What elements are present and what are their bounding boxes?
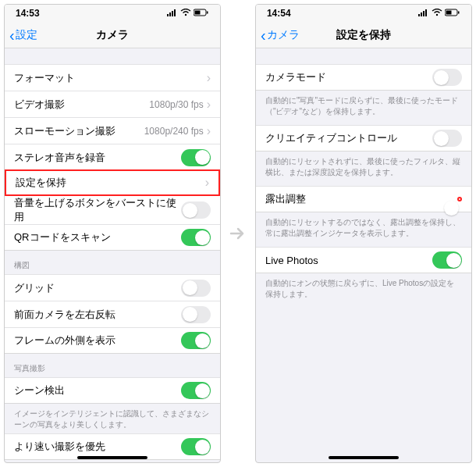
svg-rect-10 [423,11,424,16]
row-label: 露出調整 [265,192,457,206]
row-mirror[interactable]: 前面カメラを左右反転 [5,301,220,327]
nav-title: カメラ [96,28,129,42]
home-indicator[interactable] [77,456,147,459]
settings-list[interactable]: カメラモード 自動的に"写真"モードに戻らずに、最後に使ったモード（"ビデオ"な… [256,48,471,462]
toggle-creative[interactable] [432,130,462,147]
row-label: 設定を保持 [16,176,205,190]
chevron-right-icon: › [207,98,211,112]
svg-point-4 [185,14,186,16]
row-scene[interactable]: シーン検出 [5,377,220,404]
row-burst[interactable]: 音量を上げるボタンをバーストに使用 [5,195,220,224]
toggle-mirror[interactable] [181,306,211,323]
exposure-note: 自動的にリセットするのではなく、露出調整を保持し、常に露出調整インジケータを表示… [256,212,471,242]
section-composition: 構図 [5,251,220,274]
row-label: シーン検出 [14,383,181,397]
toggle-grid[interactable] [181,280,211,297]
row-exposure[interactable]: 露出調整 [256,186,471,212]
back-label: 設定 [16,28,37,42]
svg-rect-1 [169,12,171,16]
nav-bar: ‹ 設定 カメラ [5,22,220,48]
row-label: クリエイティブコントロール [265,131,432,145]
svg-rect-6 [195,11,201,15]
row-format[interactable]: フォーマット › [5,64,220,91]
row-label: グリッド [14,281,181,295]
row-label: より速い撮影を優先 [14,440,181,454]
back-label: カメラ [267,28,300,42]
arrow-icon [227,223,249,244]
toggle-stereo[interactable] [181,149,211,166]
row-creative[interactable]: クリエイティブコントロール [256,125,471,152]
toggle-frame[interactable] [181,332,211,349]
svg-rect-0 [167,14,169,16]
status-time: 14:54 [267,8,291,19]
svg-rect-3 [174,9,176,16]
chevron-left-icon: ‹ [9,27,15,43]
back-button[interactable]: ‹ 設定 [9,27,37,43]
row-slomo[interactable]: スローモーション撮影 1080p/240 fps › [5,117,220,144]
chevron-left-icon: ‹ [261,27,266,43]
row-preserve-settings[interactable]: 設定を保持 › [5,169,220,196]
svg-rect-14 [446,11,452,15]
home-indicator[interactable] [329,456,399,459]
signal-icon [418,8,429,19]
wifi-icon [432,8,442,19]
svg-rect-8 [418,14,420,16]
signal-icon [167,8,178,19]
creative-note: 自動的にリセットされずに、最後に使ったフィルタ、縦横比、または深度設定を保持しま… [256,152,471,181]
row-value: 1080p/30 fps [149,99,203,110]
row-live-photos[interactable]: Live Photos [256,247,471,273]
toggle-qr[interactable] [181,229,211,246]
row-label: フォーマット [14,71,207,85]
row-grid[interactable]: グリッド [5,274,220,301]
status-bar: 14:54 [256,5,471,22]
right-screen: 14:54 ‹ カメラ 設定を保持 カメラモード 自動的に"写真"モードに戻らず… [255,4,472,463]
row-video[interactable]: ビデオ撮影 1080p/30 fps › [5,91,220,117]
svg-rect-11 [425,9,427,16]
toggle-highlight [457,197,462,201]
live-note: 自動的にオンの状態に戻らずに、Live Photosの設定を保持します。 [256,273,471,303]
toggle-scene[interactable] [181,382,211,399]
status-bar: 14:53 [5,5,220,22]
row-qr[interactable]: QRコードをスキャン [5,224,220,251]
status-time: 14:53 [16,8,40,19]
svg-rect-9 [421,12,422,16]
svg-point-12 [436,14,438,16]
row-label: 音量を上げるボタンをバーストに使用 [14,196,181,224]
row-label: QRコードをスキャン [14,230,181,244]
row-label: ビデオ撮影 [14,98,149,112]
svg-rect-7 [207,12,208,14]
settings-list[interactable]: フォーマット › ビデオ撮影 1080p/30 fps › スローモーション撮影… [5,48,220,462]
row-frame[interactable]: フレームの外側を表示 [5,327,220,354]
row-stereo[interactable]: ステレオ音声を録音 [5,144,220,170]
row-label: 前面カメラを左右反転 [14,308,181,322]
toggle-camera-mode[interactable] [432,69,462,86]
row-label: フレームの外側を表示 [14,333,181,348]
row-value: 1080p/240 fps [144,126,204,137]
scene-note: イメージをインテリジェントに認識して、さまざまなシーンの写真をより美しくします。 [5,404,220,433]
chevron-right-icon: › [205,176,209,190]
row-camera-mode[interactable]: カメラモード [256,64,471,91]
nav-bar: ‹ カメラ 設定を保持 [256,22,471,48]
nav-title: 設定を保持 [336,28,391,42]
toggle-faster[interactable] [181,438,211,455]
svg-rect-2 [172,11,173,16]
battery-icon [445,8,460,19]
back-button[interactable]: ‹ カメラ [261,27,300,43]
svg-rect-15 [458,12,460,14]
status-icons [418,8,460,19]
row-label: Live Photos [265,255,432,266]
wifi-icon [180,8,191,19]
chevron-right-icon: › [207,71,211,85]
status-icons [167,8,209,19]
row-label: スローモーション撮影 [14,124,144,138]
toggle-burst[interactable] [181,201,211,219]
row-label: カメラモード [265,70,432,84]
chevron-right-icon: › [207,124,211,138]
left-screen: 14:53 ‹ 設定 カメラ フォーマット › ビデオ撮影 1080p/30 f… [4,4,221,463]
row-label: ステレオ音声を録音 [14,151,181,165]
battery-icon [194,8,209,19]
mode-note: 自動的に"写真"モードに戻らずに、最後に使ったモード（"ビデオ"など）を保持しま… [256,91,471,120]
toggle-live[interactable] [432,251,462,269]
section-photo: 写真撮影 [5,354,220,377]
